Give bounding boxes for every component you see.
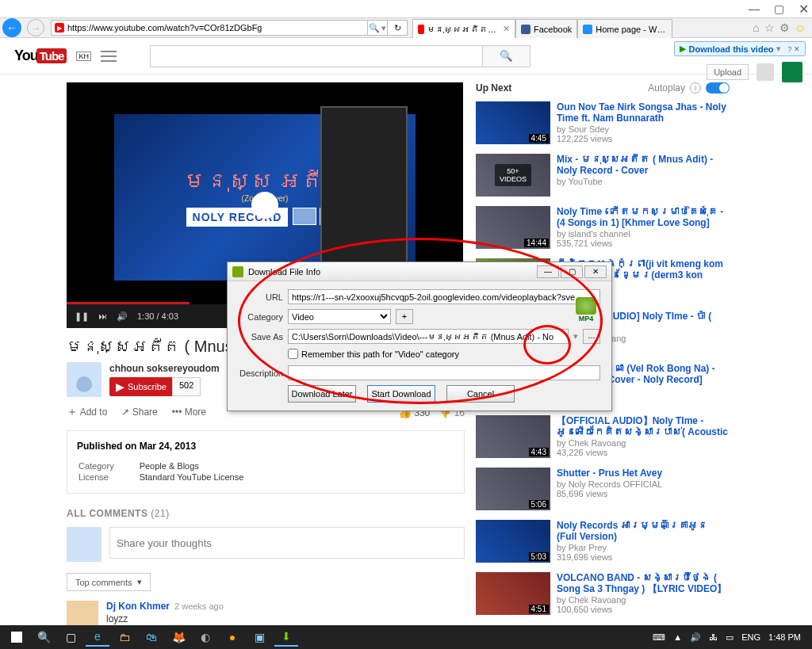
- suggestion-item[interactable]: 5:06 Shutter - Prus Het Aveyby Noly Reco…: [476, 468, 730, 510]
- comments-header: ALL COMMENTS (21): [67, 508, 465, 519]
- suggestion-item[interactable]: 5:03 Noly Records អារម្មណ៍គ្រាអូន (Full …: [476, 520, 730, 563]
- youtube-logo[interactable]: YouTube: [14, 48, 67, 64]
- pause-button[interactable]: ❚❚: [75, 311, 89, 322]
- taskview-icon[interactable]: ▢: [59, 628, 82, 647]
- autoplay-toggle[interactable]: [706, 82, 730, 94]
- search-input[interactable]: [151, 46, 482, 67]
- channel-name[interactable]: chhoun soksereyoudom: [109, 363, 220, 374]
- suggestion-title: Oun Nov Tae Nirk Songsa Jhas - Noly Time…: [557, 101, 730, 124]
- feedback-icon[interactable]: ☺: [795, 21, 806, 34]
- window-maximize[interactable]: ▢: [774, 2, 784, 15]
- forward-button[interactable]: →: [24, 18, 48, 37]
- idm-icon: [232, 266, 243, 277]
- settings-icon[interactable]: ⚙: [779, 21, 790, 34]
- suggestion-thumb: 50+VIDEOS: [476, 154, 550, 197]
- idm-description-input[interactable]: [288, 365, 600, 380]
- share-button[interactable]: ↗ Share: [121, 407, 157, 418]
- idm-close[interactable]: ✕: [584, 265, 607, 278]
- store-taskbar-icon[interactable]: 🛍: [140, 628, 163, 647]
- idm-browse-button[interactable]: ...: [583, 329, 600, 344]
- idm-taskbar-icon[interactable]: ⬇: [274, 628, 298, 647]
- volume-icon[interactable]: 🔊: [117, 311, 128, 322]
- subscribe-button[interactable]: ▶Subscribe: [109, 377, 173, 396]
- steam-taskbar-icon[interactable]: ◐: [193, 628, 217, 647]
- suggestion-item[interactable]: 4:45 Oun Nov Tae Nirk Songsa Jhas - Noly…: [476, 101, 730, 144]
- tray-language[interactable]: ENG: [741, 632, 760, 642]
- url-text: https://www.youtube.com/watch?v=COr81zDG…: [67, 23, 262, 32]
- idm-category-select[interactable]: Video: [288, 309, 391, 324]
- tray-up-icon[interactable]: ▲: [673, 632, 682, 642]
- idm-maximize[interactable]: ▢: [561, 265, 583, 278]
- suggestion-thumb: 5:06: [476, 468, 550, 510]
- windows-taskbar: 🔍 ▢ e 🗀 🛍 🦊 ◐ ● ▣ ⬇ ⌨ ▲ 🔊 🖧 ▭ ENG 1:48 P…: [0, 625, 812, 649]
- account-avatar[interactable]: [782, 62, 802, 82]
- user-avatar: [67, 527, 102, 562]
- tab-home[interactable]: Home page - Windows I...: [577, 19, 672, 38]
- search-submit-button[interactable]: 🔍: [482, 46, 530, 67]
- suggestion-thumb: 14:44: [476, 206, 550, 249]
- suggestion-title: 【OFFICIAL AUDIO】Noly TIme - អូនអើយកែគិតស…: [557, 415, 730, 437]
- app-taskbar-icon[interactable]: ●: [220, 628, 244, 647]
- home-icon[interactable]: ⌂: [753, 21, 759, 34]
- upnext-header: Up Next Autoplay i: [476, 82, 730, 94]
- back-button[interactable]: ←: [0, 18, 24, 37]
- start-button[interactable]: [5, 628, 29, 647]
- idm-url-input[interactable]: [288, 289, 600, 304]
- download-video-button[interactable]: ▶ Download this video ▾ ? ✕: [674, 41, 806, 56]
- cancel-button[interactable]: Cancel: [446, 385, 515, 403]
- window-minimize[interactable]: —: [749, 2, 760, 15]
- start-download-button[interactable]: Start Download: [367, 385, 435, 403]
- suggestion-item[interactable]: 4:51 VOLCANO BAND - សង្សារបីថ្ងៃ ( Song …: [476, 572, 730, 615]
- tab-close-icon[interactable]: ✕: [503, 24, 510, 34]
- guide-menu-icon[interactable]: [101, 51, 117, 62]
- tray-keyboard-icon[interactable]: ⌨: [653, 632, 665, 643]
- tab-facebook[interactable]: Facebook: [515, 19, 577, 38]
- favorites-icon[interactable]: ☆: [764, 21, 775, 34]
- facebook-icon: [521, 25, 530, 34]
- comment-input[interactable]: [109, 527, 465, 559]
- search-button[interactable]: 🔍▾: [367, 20, 388, 36]
- ie-taskbar-icon[interactable]: e: [86, 628, 109, 647]
- comment-compose: [67, 527, 465, 562]
- address-bar[interactable]: ▶ https://www.youtube.com/watch?v=COr81z…: [51, 20, 368, 36]
- explorer-taskbar-icon[interactable]: 🗀: [113, 628, 136, 647]
- channel-avatar[interactable]: [67, 362, 102, 397]
- idm-minimize[interactable]: —: [537, 265, 559, 278]
- tray-network-icon[interactable]: 🖧: [709, 632, 718, 642]
- suggestion-thumb: 4:51: [476, 572, 550, 615]
- tray-volume-icon[interactable]: 🔊: [690, 632, 701, 643]
- youtube-header: YouTube KH 🔍 ▶ Download this video ▾ ? ✕…: [0, 38, 812, 74]
- suggestion-title: Mix - មនុស្សអតីត ( Mnus Adit) - Noly Rec…: [557, 154, 730, 176]
- tab-youtube[interactable]: មនុស្សអតីត ( Mnus A...✕: [412, 19, 515, 38]
- youtube-search: 🔍: [150, 45, 530, 67]
- window-close[interactable]: ✕: [799, 2, 809, 17]
- header-right: Upload: [707, 62, 802, 82]
- sort-comments-button[interactable]: Top comments▾: [67, 573, 151, 591]
- suggestion-item[interactable]: 14:44 Noly Time - កើតមកសម្រាប់គែសុំគេ - …: [476, 206, 730, 249]
- idm-remember-checkbox[interactable]: [288, 349, 298, 359]
- next-button[interactable]: ⏭: [98, 311, 107, 321]
- firefox-taskbar-icon[interactable]: 🦊: [167, 628, 190, 647]
- info-icon[interactable]: i: [690, 82, 701, 94]
- notifications-icon[interactable]: [756, 63, 774, 81]
- refresh-button[interactable]: ↻: [387, 20, 408, 36]
- play-overlay-icon[interactable]: [251, 192, 278, 219]
- idm-titlebar[interactable]: Download File Info — ▢ ✕: [228, 262, 611, 281]
- browser-toolbar: ← → ▶ https://www.youtube.com/watch?v=CO…: [0, 17, 812, 38]
- idm-saveas-input[interactable]: [288, 329, 569, 344]
- tray-action-icon[interactable]: ▭: [726, 632, 733, 643]
- mail-taskbar-icon[interactable]: ▣: [247, 628, 271, 647]
- suggestion-item[interactable]: 4:43 【OFFICIAL AUDIO】Noly TIme - អូនអើយក…: [476, 415, 730, 458]
- suggestion-item[interactable]: 50+VIDEOS Mix - មនុស្សអតីត ( Mnus Adit) …: [476, 154, 730, 197]
- idm-add-category[interactable]: +: [396, 309, 413, 324]
- suggestion-title: Noly Time - កើតមកសម្រាប់គែសុំគេ - (4 Son…: [557, 206, 730, 228]
- search-taskbar-icon[interactable]: 🔍: [32, 628, 56, 647]
- tray-clock[interactable]: 1:48 PM: [768, 632, 801, 642]
- mp4-icon: MP4: [573, 297, 599, 326]
- suggestion-thumb: 5:03: [476, 520, 550, 563]
- more-button[interactable]: ••• More: [172, 407, 206, 418]
- commenter-name[interactable]: Dj Kon Khmer: [106, 601, 170, 612]
- add-to-button[interactable]: ＋ Add to: [67, 405, 107, 419]
- upload-button[interactable]: Upload: [707, 64, 749, 80]
- download-later-button[interactable]: Download Later: [288, 385, 356, 403]
